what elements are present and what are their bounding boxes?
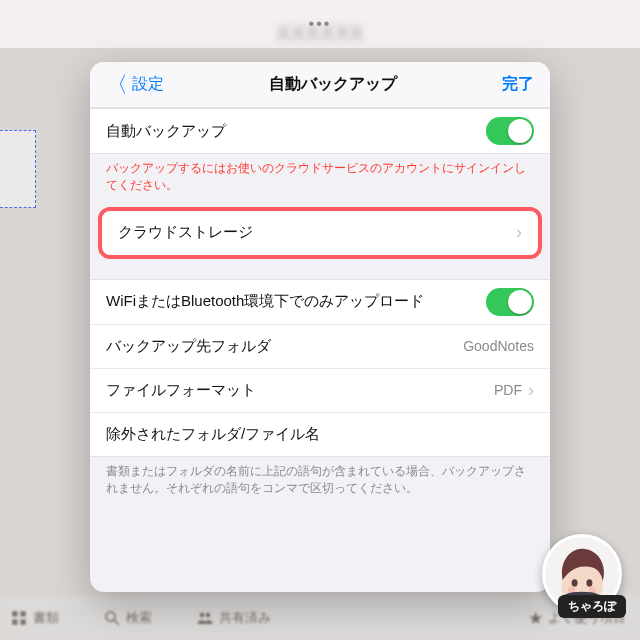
settings-modal: 〈 設定 自動バックアップ 完了 自動バックアップ バックアップするにはお使いの…	[90, 62, 550, 592]
grid-icon	[10, 609, 28, 627]
svg-rect-0	[12, 611, 17, 616]
row-cloud-storage[interactable]: クラウドストレージ ›	[102, 211, 538, 255]
tab-documents[interactable]: 書類	[10, 609, 59, 627]
tab-label: 共有済み	[219, 609, 271, 627]
chevron-left-icon: 〈	[106, 74, 128, 96]
people-icon	[196, 609, 214, 627]
svg-point-9	[572, 579, 578, 586]
svg-point-4	[106, 612, 115, 621]
svg-rect-2	[12, 620, 17, 625]
star-icon: ★	[528, 608, 543, 629]
tab-label: 書類	[33, 609, 59, 627]
row-label: クラウドストレージ	[118, 223, 253, 242]
tab-shared[interactable]: 共有済み	[196, 609, 271, 627]
svg-point-6	[200, 613, 205, 618]
tab-search[interactable]: 検索	[103, 609, 152, 627]
svg-point-10	[586, 579, 592, 586]
svg-point-7	[206, 613, 211, 618]
bg-dashed-placeholder	[0, 130, 36, 208]
svg-rect-3	[21, 620, 26, 625]
chevron-right-icon: ›	[516, 222, 522, 243]
highlight-cloud-storage: クラウドストレージ ›	[98, 207, 542, 259]
chevron-right-icon: ›	[528, 380, 534, 401]
row-label: 自動バックアップ	[106, 122, 226, 141]
row-dest-folder[interactable]: バックアップ先フォルダ GoodNotes	[90, 324, 550, 368]
excluded-note: 書類またはフォルダの名前に上記の語句が含まれている場合、バックアップされません。…	[90, 457, 550, 508]
back-button[interactable]: 〈 設定	[106, 74, 164, 96]
row-excluded[interactable]: 除外されたフォルダ/ファイル名	[90, 412, 550, 456]
modal-title: 自動バックアップ	[269, 74, 397, 95]
row-label: WiFiまたはBluetooth環境下でのみアップロード	[106, 292, 424, 311]
wifi-bt-toggle[interactable]	[486, 288, 534, 316]
tab-label: 検索	[126, 609, 152, 627]
row-label: ファイルフォーマット	[106, 381, 256, 400]
svg-rect-1	[21, 611, 26, 616]
row-label: バックアップ先フォルダ	[106, 337, 271, 356]
row-detail: PDF	[494, 382, 522, 398]
search-icon	[103, 609, 121, 627]
section-auto-backup: 自動バックアップ	[90, 108, 550, 154]
row-detail: GoodNotes	[463, 338, 534, 354]
back-label: 設定	[132, 74, 164, 95]
row-label: 除外されたフォルダ/ファイル名	[106, 425, 320, 444]
avatar-name-tag: ちゃろぽ	[558, 595, 626, 618]
svg-line-5	[114, 620, 119, 625]
modal-header: 〈 設定 自動バックアップ 完了	[90, 62, 550, 108]
bg-tab-bar: 書類 検索 共有済み ★ よく使う項目	[0, 596, 640, 640]
row-wifi-bt-only: WiFiまたはBluetooth環境下でのみアップロード	[90, 280, 550, 324]
section-options: WiFiまたはBluetooth環境下でのみアップロード バックアップ先フォルダ…	[90, 279, 550, 457]
bg-title-blur: XXXXXX	[276, 20, 364, 46]
row-auto-backup: 自動バックアップ	[90, 109, 550, 153]
row-file-format[interactable]: ファイルフォーマット PDF ›	[90, 368, 550, 412]
done-button[interactable]: 完了	[502, 74, 534, 95]
signin-warning: バックアップするにはお使いのクラウドサービスのアカウントにサインインしてください…	[90, 154, 550, 205]
auto-backup-toggle[interactable]	[486, 117, 534, 145]
